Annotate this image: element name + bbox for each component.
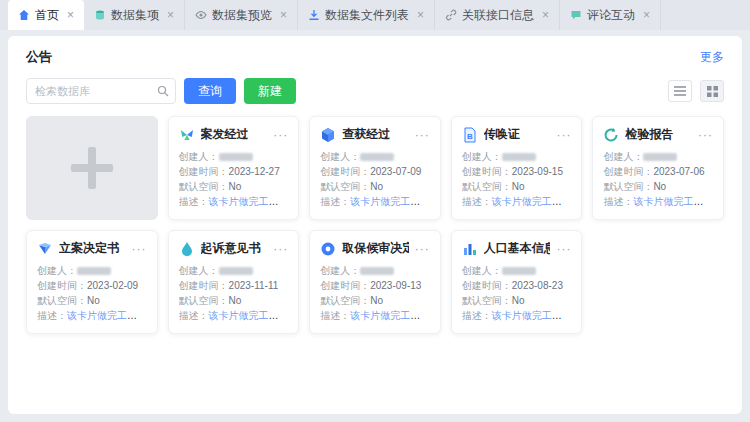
dataset-card[interactable]: 取保候审决定书 创建人： 创建时间：2023-09-13 默认空间：No 描述：… xyxy=(309,230,441,334)
more-options-icon[interactable] xyxy=(556,243,571,255)
description-value: 该卡片做完工作空间的展示 xyxy=(633,196,713,207)
default-space-value: No xyxy=(653,181,666,192)
report-icon xyxy=(603,127,619,143)
tab-dataset-preview[interactable]: 数据集预览 xyxy=(185,0,298,30)
list-view-button[interactable] xyxy=(668,80,692,102)
creator-label: 创建人： xyxy=(179,265,219,276)
created-label: 创建时间： xyxy=(462,280,512,291)
default-space-label: 默认空间： xyxy=(462,181,512,192)
created-label: 创建时间： xyxy=(462,166,512,177)
close-icon[interactable] xyxy=(542,9,549,21)
card-title: 起诉意见书 xyxy=(201,240,268,257)
cube-icon xyxy=(320,127,336,143)
tab-label: 关联接口信息 xyxy=(462,7,534,24)
dataset-card[interactable]: 查获经过 创建人： 创建时间：2023-07-09 默认空间：No 描述：该卡片… xyxy=(309,116,441,220)
dataset-card[interactable]: 立案决定书 创建人： 创建时间：2023-02-09 默认空间：No 描述：该卡… xyxy=(26,230,158,334)
more-options-icon[interactable] xyxy=(132,243,147,255)
creator-value-redacted xyxy=(643,153,677,161)
tab-dataset-file-list[interactable]: 数据集文件列表 xyxy=(298,0,435,30)
created-value: 2023-07-06 xyxy=(653,166,704,177)
more-link[interactable]: 更多 xyxy=(700,49,724,66)
creator-value-redacted xyxy=(219,153,253,161)
default-space-label: 默认空间： xyxy=(320,181,370,192)
description-label: 描述： xyxy=(462,196,492,207)
dataset-card[interactable]: 案发经过 创建人： 创建时间：2023-12-27 默认空间：No 描述：该卡片… xyxy=(168,116,300,220)
dataset-icon xyxy=(94,9,106,21)
card-title: 案发经过 xyxy=(201,126,268,143)
card-title: 查获经过 xyxy=(342,126,409,143)
creator-value-redacted xyxy=(502,267,536,275)
card-title: 检验报告 xyxy=(625,126,692,143)
query-button[interactable]: 查询 xyxy=(184,78,236,104)
description-label: 描述： xyxy=(179,196,209,207)
plus-icon xyxy=(71,147,113,189)
bar-chart-icon xyxy=(462,241,478,257)
default-space-value: No xyxy=(370,181,383,192)
created-value: 2023-09-13 xyxy=(370,280,421,291)
description-value: 该卡片做完工作空间的展示 xyxy=(350,310,430,321)
dataset-card[interactable]: 人口基本信息 创建人： 创建时间：2023-08-23 默认空间：No 描述：该… xyxy=(451,230,583,334)
created-label: 创建时间： xyxy=(320,166,370,177)
create-button[interactable]: 新建 xyxy=(244,78,296,104)
created-label: 创建时间： xyxy=(179,280,229,291)
default-space-label: 默认空间： xyxy=(603,181,653,192)
tab-comment-interaction[interactable]: 评论互动 xyxy=(560,0,661,30)
created-value: 2023-07-09 xyxy=(370,166,421,177)
creator-value-redacted xyxy=(219,267,253,275)
creator-value-redacted xyxy=(77,267,111,275)
download-icon xyxy=(308,9,320,21)
close-icon[interactable] xyxy=(167,9,174,21)
description-value: 该卡片做完工作空间的展示 xyxy=(492,310,572,321)
description-label: 描述： xyxy=(603,196,633,207)
created-value: 2023-12-27 xyxy=(229,166,280,177)
more-options-icon[interactable] xyxy=(273,243,288,255)
card-title: 传唤证 xyxy=(484,126,551,143)
search-input[interactable] xyxy=(26,78,176,104)
add-card-button[interactable] xyxy=(26,116,158,220)
creator-value-redacted xyxy=(360,153,394,161)
announcement-panel: 公告 更多 查询 新建 案发经过 创建人： 创建时间：2023-12-27 默认… xyxy=(8,36,742,414)
more-options-icon[interactable] xyxy=(698,129,713,141)
drop-icon xyxy=(179,241,195,257)
search-icon xyxy=(157,85,169,97)
card-title: 取保候审决定书 xyxy=(342,240,409,257)
tab-related-interface-info[interactable]: 关联接口信息 xyxy=(435,0,560,30)
card-grid: 案发经过 创建人： 创建时间：2023-12-27 默认空间：No 描述：该卡片… xyxy=(26,116,724,334)
tab-label: 首页 xyxy=(35,7,59,24)
more-options-icon[interactable] xyxy=(415,129,430,141)
svg-text:B: B xyxy=(467,131,473,140)
dataset-card[interactable]: 起诉意见书 创建人： 创建时间：2023-11-11 默认空间：No 描述：该卡… xyxy=(168,230,300,334)
description-value: 该卡片做完工作空间的展示 xyxy=(67,310,147,321)
description-value: 该卡片做完工作空间的展示 xyxy=(209,310,289,321)
creator-label: 创建人： xyxy=(37,265,77,276)
description-label: 描述： xyxy=(320,196,350,207)
more-options-icon[interactable] xyxy=(273,129,288,141)
default-space-value: No xyxy=(229,295,242,306)
close-icon[interactable] xyxy=(417,9,424,21)
creator-value-redacted xyxy=(360,267,394,275)
close-icon[interactable] xyxy=(643,9,650,21)
grid-view-button[interactable] xyxy=(700,80,724,102)
dataset-card[interactable]: B 传唤证 创建人： 创建时间：2023-09-15 默认空间：No 描述：该卡… xyxy=(451,116,583,220)
close-icon[interactable] xyxy=(67,9,74,21)
more-options-icon[interactable] xyxy=(415,243,430,255)
created-label: 创建时间： xyxy=(320,280,370,291)
default-space-value: No xyxy=(87,295,100,306)
tab-home[interactable]: 首页 xyxy=(8,0,84,30)
description-label: 描述： xyxy=(320,310,350,321)
more-options-icon[interactable] xyxy=(556,129,571,141)
creator-label: 创建人： xyxy=(462,265,502,276)
tab-dataset-items[interactable]: 数据集项 xyxy=(84,0,185,30)
page-title: 公告 xyxy=(26,48,52,66)
tab-label: 评论互动 xyxy=(587,7,635,24)
dataset-card[interactable]: 检验报告 创建人： 创建时间：2023-07-06 默认空间：No 描述：该卡片… xyxy=(592,116,724,220)
description-label: 描述： xyxy=(462,310,492,321)
card-title: 人口基本信息 xyxy=(484,240,551,257)
default-space-value: No xyxy=(512,181,525,192)
close-icon[interactable] xyxy=(280,9,287,21)
creator-value-redacted xyxy=(502,153,536,161)
default-space-label: 默认空间： xyxy=(37,295,87,306)
description-value: 该卡片做完工作空间的展示 xyxy=(492,196,572,207)
preview-eye-icon xyxy=(195,9,207,21)
default-space-label: 默认空间： xyxy=(179,181,229,192)
